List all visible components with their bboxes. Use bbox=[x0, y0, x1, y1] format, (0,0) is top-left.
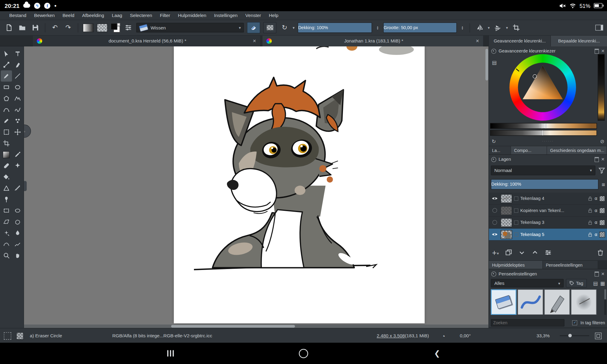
tag-filter-checkbox[interactable]: ✓ bbox=[572, 320, 578, 325]
preset-filter-dropdown[interactable]: Alles ▾ bbox=[491, 279, 564, 287]
preset-eraser-circle[interactable] bbox=[491, 289, 516, 315]
layer-row-tekenlaag5[interactable]: Tekenlaag 5 α bbox=[489, 229, 607, 241]
resize-grip-dots[interactable]: ······ bbox=[496, 139, 600, 143]
elliptical-select-tool[interactable] bbox=[12, 205, 23, 216]
mirror-vertical-button[interactable] bbox=[493, 23, 503, 33]
move-tool[interactable] bbox=[12, 126, 23, 138]
transform-tool[interactable] bbox=[1, 126, 12, 138]
gradient-tool[interactable] bbox=[1, 149, 12, 160]
menu-beeld[interactable]: Beeld bbox=[59, 13, 78, 18]
polygon-tool[interactable] bbox=[1, 93, 12, 104]
menu-filter[interactable]: Filter bbox=[156, 13, 174, 18]
layer-row-tekenlaag4[interactable]: Tekenlaag 4 α bbox=[489, 193, 607, 205]
bezier-select-tool[interactable] bbox=[1, 239, 12, 250]
thumbnail-view-icon[interactable]: ▦ bbox=[600, 280, 605, 286]
measure-tool[interactable] bbox=[12, 183, 23, 194]
freehand-brush-tool[interactable] bbox=[1, 70, 12, 82]
preset-airbrush-soft[interactable] bbox=[571, 289, 596, 315]
menu-bestand[interactable]: Bestand bbox=[5, 13, 30, 18]
lock-icon[interactable] bbox=[588, 208, 593, 213]
layer-thumbnail[interactable] bbox=[500, 218, 512, 227]
horizontal-scrollbar[interactable] bbox=[171, 325, 295, 328]
value-history-strip[interactable] bbox=[598, 54, 605, 121]
crop-tool[interactable] bbox=[1, 138, 12, 149]
layer-row-tekenlaag3[interactable]: Tekenlaag 3 α bbox=[489, 217, 607, 229]
undo-button[interactable]: ↶ bbox=[50, 23, 60, 33]
freehand-path-tool[interactable] bbox=[12, 104, 23, 115]
polyline-tool[interactable] bbox=[12, 93, 23, 104]
size-slider[interactable]: Grootte: 50,00 px bbox=[383, 22, 457, 33]
save-button[interactable] bbox=[30, 23, 40, 33]
float-docker-icon[interactable] bbox=[595, 271, 599, 277]
layer-row-kopieren[interactable]: Kopiëren van Tekenl... α bbox=[489, 205, 607, 217]
freehand-select-tool[interactable] bbox=[12, 216, 23, 228]
vertical-scrollbar[interactable] bbox=[485, 49, 488, 81]
canvas[interactable] bbox=[174, 46, 425, 323]
smart-patch-tool[interactable] bbox=[1, 160, 12, 171]
opacity-spinner[interactable]: ▴▾ bbox=[375, 25, 380, 30]
fill-tool[interactable] bbox=[1, 171, 12, 183]
menu-help[interactable]: Help bbox=[265, 13, 282, 18]
dynamic-brush-tool[interactable] bbox=[1, 115, 12, 126]
refresh-icon[interactable]: ↻ bbox=[492, 138, 496, 144]
gradient-chooser[interactable] bbox=[83, 23, 94, 32]
docker-lock-icon[interactable] bbox=[491, 49, 497, 54]
close-icon[interactable]: ✕ bbox=[601, 157, 605, 161]
trim-to-image-button[interactable] bbox=[511, 23, 521, 33]
reload-preset-button[interactable]: ↻ bbox=[280, 23, 290, 33]
memory-gauge-icon[interactable]: ◔ bbox=[442, 329, 445, 343]
duplicate-layer-button[interactable] bbox=[505, 249, 512, 256]
reference-images-tool[interactable] bbox=[1, 194, 12, 205]
close-icon[interactable]: ✕ bbox=[601, 272, 605, 276]
visibility-eye-icon[interactable] bbox=[491, 196, 499, 201]
canvas-toolbar-toggle[interactable]: ◦ bbox=[24, 125, 31, 138]
move-layer-up-button[interactable] bbox=[531, 249, 538, 256]
horizontal-scrollbar-track[interactable] bbox=[24, 325, 489, 328]
menu-hulpmiddelen[interactable]: Hulpmiddelen bbox=[174, 13, 210, 18]
tab-specific-color-selector[interactable]: Bepaalde kleurenki... bbox=[551, 35, 607, 46]
alpha-lock-icon[interactable]: α bbox=[595, 196, 597, 201]
alpha-lock-icon[interactable]: α bbox=[595, 232, 597, 237]
brush-preset-dropdown[interactable]: Wissen ▾ bbox=[136, 23, 244, 32]
zoom-tool[interactable] bbox=[1, 250, 12, 261]
pattern-chooser[interactable] bbox=[97, 23, 108, 32]
menu-instellingen[interactable]: Instellingen bbox=[210, 13, 242, 18]
tab-document0[interactable]: document_0.kra Hersteld (56,6 MiB) * ✕ bbox=[33, 35, 260, 46]
menu-selecteren[interactable]: Selecteren bbox=[126, 13, 156, 18]
alpha-lock-icon[interactable]: α bbox=[595, 208, 597, 213]
foreground-background-colors[interactable] bbox=[111, 23, 120, 32]
checkers-icon[interactable] bbox=[16, 332, 24, 339]
menu-laag[interactable]: Laag bbox=[108, 13, 126, 18]
image-dimensions[interactable]: 2.480 x 3.508 bbox=[377, 333, 405, 339]
layer-thumbnail[interactable] bbox=[500, 206, 512, 215]
toolbox-drag-grip[interactable] bbox=[24, 181, 27, 191]
similar-color-select-tool[interactable] bbox=[1, 228, 12, 239]
chevron-down-icon[interactable]: ▾ bbox=[293, 25, 294, 30]
menu-afbeelding[interactable]: Afbeelding bbox=[78, 13, 108, 18]
redo-button[interactable]: ↷ bbox=[63, 23, 73, 33]
workspace-chooser-button[interactable] bbox=[595, 25, 603, 31]
recents-button[interactable] bbox=[159, 343, 182, 364]
inherit-alpha-icon[interactable] bbox=[599, 220, 605, 225]
tab-advanced-color-selector[interactable]: Geavanceerde kleurenki... bbox=[489, 35, 551, 46]
inherit-alpha-icon[interactable] bbox=[599, 196, 605, 201]
tag-button[interactable]: Tag bbox=[566, 279, 587, 287]
layer-properties-button[interactable] bbox=[544, 249, 551, 256]
selection-display-icon[interactable] bbox=[4, 332, 11, 339]
magnetic-select-tool[interactable] bbox=[12, 239, 23, 250]
size-spinner[interactable]: ▴▾ bbox=[460, 25, 465, 30]
tab-undo-history[interactable]: Geschiedenis ongedaan m... bbox=[547, 146, 607, 154]
contiguous-select-tool[interactable] bbox=[12, 228, 23, 239]
docker-lock-icon[interactable] bbox=[491, 157, 497, 162]
selector-settings-icon[interactable]: ▤ bbox=[492, 59, 497, 65]
layer-menu-icon[interactable]: ≡ bbox=[602, 181, 605, 187]
canvas-viewport[interactable]: ◦ bbox=[24, 46, 489, 328]
line-tool[interactable] bbox=[12, 70, 23, 82]
preserve-alpha-button[interactable] bbox=[263, 22, 276, 33]
move-layer-down-button[interactable] bbox=[518, 249, 525, 256]
add-layer-button[interactable]: +▾ bbox=[492, 250, 499, 256]
lock-icon[interactable] bbox=[588, 196, 593, 201]
rectangle-tool[interactable] bbox=[1, 82, 12, 93]
preset-eraser-curve[interactable] bbox=[517, 289, 543, 315]
no-color-icon[interactable]: ⊘ bbox=[600, 138, 604, 144]
